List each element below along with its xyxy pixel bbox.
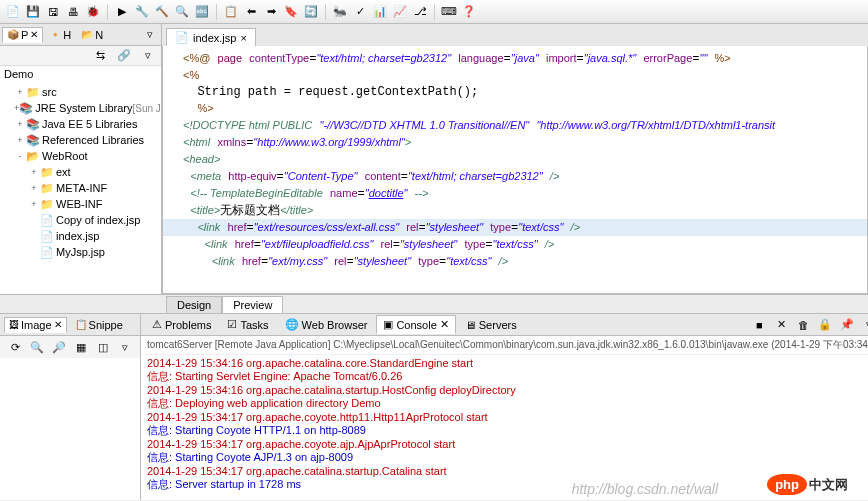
terminal-icon[interactable]: ⌨ <box>440 3 458 21</box>
bookmark-icon[interactable]: 🔖 <box>282 3 300 21</box>
console-pane: ⚠Problems☑Tasks🌐Web Browser▣Console ✕🖥Se… <box>141 314 868 500</box>
collapse-all-icon[interactable]: ⇆ <box>91 47 109 65</box>
tree-node-java-ee-5-libraries[interactable]: +📚Java EE 5 Libraries <box>0 116 161 132</box>
scroll-lock-icon[interactable]: 🔒 <box>816 316 834 334</box>
git-icon[interactable]: ⎇ <box>411 3 429 21</box>
expand-icon[interactable]: + <box>28 183 40 193</box>
expand-icon[interactable]: - <box>14 151 26 161</box>
tab-servers[interactable]: 🖥Servers <box>458 316 524 334</box>
help-icon[interactable]: ❓ <box>460 3 478 21</box>
folder-icon: 📁 <box>40 181 54 195</box>
run-icon[interactable]: ▶ <box>113 3 131 21</box>
refresh-icon[interactable]: ⟳ <box>6 338 24 356</box>
tab-preview[interactable]: Preview <box>222 296 283 313</box>
junit-icon[interactable]: ✓ <box>351 3 369 21</box>
new-icon[interactable]: 📄 <box>4 3 22 21</box>
expand-icon[interactable]: + <box>28 167 40 177</box>
tree-node-myjsp-jsp[interactable]: 📄MyJsp.jsp <box>0 244 161 260</box>
code-line[interactable]: <title>无标题文档</title> <box>163 202 867 219</box>
tab-hierarchy[interactable]: 🔸 H <box>45 28 75 42</box>
expand-icon[interactable]: + <box>28 199 40 209</box>
tab-design[interactable]: Design <box>166 296 222 313</box>
tree-node-ext[interactable]: +📁ext <box>0 164 161 180</box>
tree-node-webroot[interactable]: -📂WebRoot <box>0 148 161 164</box>
console-line: 信息: Server startup in 1728 ms <box>147 477 868 492</box>
tree-node-jre-system-library[interactable]: +📚JRE System Library [Sun JDK <box>0 100 161 116</box>
expand-icon[interactable]: + <box>14 119 26 129</box>
tree-label: Referenced Libraries <box>42 134 144 146</box>
tab-image[interactable]: 🖼 Image ✕ <box>4 317 67 333</box>
nav-fwd-icon[interactable]: ➡ <box>262 3 280 21</box>
sync-icon[interactable]: 🔄 <box>302 3 320 21</box>
tab-navigator[interactable]: 📂 N <box>77 28 107 42</box>
fit-icon[interactable]: ▦ <box>72 338 90 356</box>
clear-icon[interactable]: 🗑 <box>794 316 812 334</box>
view-menu-icon[interactable]: ▿ <box>141 26 159 44</box>
build-icon[interactable]: 🔨 <box>153 3 171 21</box>
close-icon[interactable]: ✕ <box>440 318 449 331</box>
tree-label: WebRoot <box>42 150 88 162</box>
code-line[interactable]: <html xmlns="http://www.w3.org/1999/xhtm… <box>163 134 867 151</box>
tab-package-explorer[interactable]: 📦 P ✕ <box>2 27 43 43</box>
code-line[interactable]: String path = request.getContextPath(); <box>163 84 867 100</box>
ant-icon[interactable]: 🐜 <box>331 3 349 21</box>
tab-problems[interactable]: ⚠Problems <box>145 315 218 334</box>
open-type-icon[interactable]: 🔤 <box>193 3 211 21</box>
menu-icon[interactable]: ▿ <box>860 316 868 334</box>
tree-label: Copy of index.jsp <box>56 214 140 226</box>
menu-dropdown-icon[interactable]: ▿ <box>139 47 157 65</box>
terminate-icon[interactable]: ■ <box>750 316 768 334</box>
code-line[interactable]: <link href="ext/resources/css/ext-all.cs… <box>163 219 867 236</box>
tree-node-src[interactable]: +📁src <box>0 84 161 100</box>
code-line[interactable]: <%@ page contentType="text/html; charset… <box>163 50 867 67</box>
remove-icon[interactable]: ✕ <box>772 316 790 334</box>
coverage-icon[interactable]: 📊 <box>371 3 389 21</box>
save-icon[interactable]: 💾 <box>24 3 42 21</box>
close-icon[interactable]: × <box>240 32 246 44</box>
problems-icon: ⚠ <box>152 318 162 331</box>
tree-node-meta-inf[interactable]: +📁META-INF <box>0 180 161 196</box>
lib-icon: 📚 <box>26 117 40 131</box>
ext-icon[interactable]: 🔧 <box>133 3 151 21</box>
project-root[interactable]: Demo <box>0 66 161 82</box>
menu-icon[interactable]: ▿ <box>116 338 134 356</box>
code-line[interactable]: <link href="ext/fileuploadfield.css" rel… <box>163 236 867 253</box>
code-editor[interactable]: <%@ page contentType="text/html; charset… <box>162 46 868 294</box>
expand-icon[interactable]: + <box>14 135 26 145</box>
zoom-out-icon[interactable]: 🔎 <box>50 338 68 356</box>
editor-sub-tabs: Design Preview <box>0 294 868 314</box>
tab-tasks[interactable]: ☑Tasks <box>220 315 275 334</box>
save-all-icon[interactable]: 🖫 <box>44 3 62 21</box>
profile-icon[interactable]: 📈 <box>391 3 409 21</box>
code-line[interactable]: <% <box>163 67 867 84</box>
tab-label: Tasks <box>240 319 268 331</box>
tree-node-referenced-libraries[interactable]: +📚Referenced Libraries <box>0 132 161 148</box>
code-line[interactable]: <meta http-equiv="Content-Type" content=… <box>163 168 867 185</box>
crop-icon[interactable]: ◫ <box>94 338 112 356</box>
jsp-file-icon: 📄 <box>175 31 189 44</box>
print-icon[interactable]: 🖶 <box>64 3 82 21</box>
task-icon[interactable]: 📋 <box>222 3 240 21</box>
tree-node-copy-of-index-jsp[interactable]: 📄Copy of index.jsp <box>0 212 161 228</box>
tree-node-web-inf[interactable]: +📁WEB-INF <box>0 196 161 212</box>
tab-snippets[interactable]: 📋 Snippe <box>71 318 127 332</box>
tree-node-index-jsp[interactable]: 📄index.jsp <box>0 228 161 244</box>
code-line[interactable]: <!-- TemplateBeginEditable name="doctitl… <box>163 185 867 202</box>
editor-tab-index-jsp[interactable]: 📄 index.jsp × <box>166 28 256 46</box>
code-line[interactable]: %> <box>163 100 867 117</box>
search-icon[interactable]: 🔍 <box>173 3 191 21</box>
code-line[interactable]: <head> <box>163 151 867 168</box>
src-icon: 📁 <box>26 85 40 99</box>
zoom-in-icon[interactable]: 🔍 <box>28 338 46 356</box>
tree-label: MyJsp.jsp <box>56 246 105 258</box>
expand-icon[interactable]: + <box>14 87 26 97</box>
console-output[interactable]: 2014-1-29 15:34:16 org.apache.catalina.c… <box>141 355 868 500</box>
link-editor-icon[interactable]: 🔗 <box>115 47 133 65</box>
debug-icon[interactable]: 🐞 <box>84 3 102 21</box>
code-line[interactable]: <!DOCTYPE html PUBLIC "-//W3C//DTD XHTML… <box>163 117 867 134</box>
tab-web-browser[interactable]: 🌐Web Browser <box>278 315 375 334</box>
tab-console[interactable]: ▣Console ✕ <box>376 315 455 334</box>
code-line[interactable]: <link href="ext/my.css" rel="stylesheet"… <box>163 253 867 270</box>
nav-back-icon[interactable]: ⬅ <box>242 3 260 21</box>
pin-icon[interactable]: 📌 <box>838 316 856 334</box>
